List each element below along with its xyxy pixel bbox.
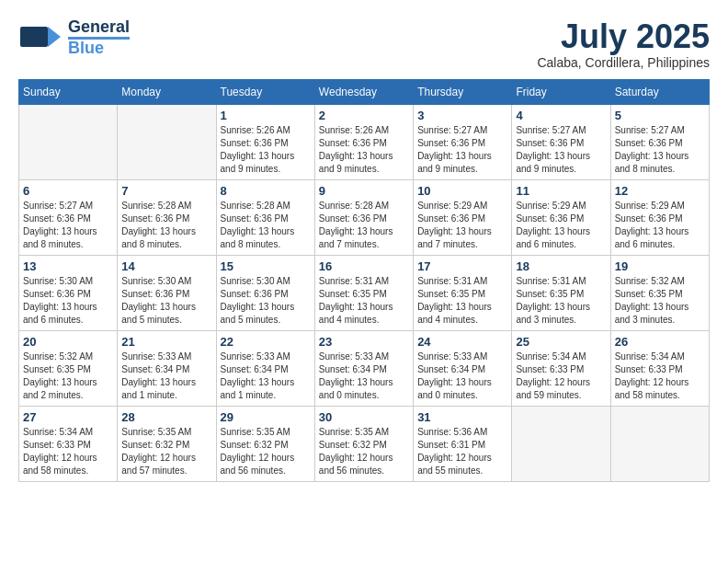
day-info: Sunrise: 5:36 AM Sunset: 6:31 PM Dayligh…	[417, 426, 507, 477]
month-year-title: July 2025	[537, 18, 710, 55]
day-number: 18	[516, 259, 606, 273]
day-number: 7	[121, 184, 211, 198]
day-info: Sunrise: 5:28 AM Sunset: 6:36 PM Dayligh…	[319, 200, 409, 251]
day-info: Sunrise: 5:28 AM Sunset: 6:36 PM Dayligh…	[121, 200, 211, 251]
header-tuesday: Tuesday	[216, 79, 314, 104]
day-info: Sunrise: 5:33 AM Sunset: 6:34 PM Dayligh…	[319, 350, 409, 402]
day-number: 19	[615, 259, 705, 273]
table-row: 20Sunrise: 5:32 AM Sunset: 6:35 PM Dayli…	[19, 330, 118, 406]
svg-marker-1	[48, 27, 61, 47]
table-row: 7Sunrise: 5:28 AM Sunset: 6:36 PM Daylig…	[118, 179, 216, 255]
logo-blue: Blue	[68, 37, 130, 58]
day-info: Sunrise: 5:33 AM Sunset: 6:34 PM Dayligh…	[121, 350, 211, 402]
day-number: 3	[417, 109, 507, 122]
table-row: 18Sunrise: 5:31 AM Sunset: 6:35 PM Dayli…	[512, 255, 610, 330]
day-number: 26	[615, 335, 705, 349]
day-info: Sunrise: 5:30 AM Sunset: 6:36 PM Dayligh…	[221, 275, 311, 327]
table-row: 2Sunrise: 5:26 AM Sunset: 6:36 PM Daylig…	[314, 104, 413, 179]
location-subtitle: Calaba, Cordillera, Philippines	[537, 55, 710, 70]
day-number: 17	[417, 259, 507, 273]
day-info: Sunrise: 5:30 AM Sunset: 6:36 PM Dayligh…	[121, 275, 211, 327]
title-section: July 2025 Calaba, Cordillera, Philippine…	[537, 18, 710, 70]
day-info: Sunrise: 5:29 AM Sunset: 6:36 PM Dayligh…	[417, 200, 507, 251]
table-row	[19, 104, 118, 179]
table-row: 25Sunrise: 5:34 AM Sunset: 6:33 PM Dayli…	[512, 330, 610, 406]
table-row	[118, 104, 216, 179]
day-number: 1	[221, 109, 311, 122]
day-info: Sunrise: 5:28 AM Sunset: 6:36 PM Dayligh…	[221, 200, 311, 251]
table-row: 8Sunrise: 5:28 AM Sunset: 6:36 PM Daylig…	[216, 179, 314, 255]
day-number: 29	[221, 410, 311, 424]
day-number: 8	[221, 184, 311, 198]
day-number: 30	[319, 410, 409, 424]
table-row: 31Sunrise: 5:36 AM Sunset: 6:31 PM Dayli…	[414, 406, 512, 481]
day-number: 11	[516, 184, 606, 198]
day-info: Sunrise: 5:33 AM Sunset: 6:34 PM Dayligh…	[417, 350, 507, 402]
day-info: Sunrise: 5:27 AM Sunset: 6:36 PM Dayligh…	[615, 124, 705, 176]
day-info: Sunrise: 5:32 AM Sunset: 6:35 PM Dayligh…	[615, 275, 705, 327]
table-row: 15Sunrise: 5:30 AM Sunset: 6:36 PM Dayli…	[216, 255, 314, 330]
calendar-week-row: 6Sunrise: 5:27 AM Sunset: 6:36 PM Daylig…	[19, 179, 710, 255]
calendar-table: Sunday Monday Tuesday Wednesday Thursday…	[18, 79, 710, 482]
table-row: 10Sunrise: 5:29 AM Sunset: 6:36 PM Dayli…	[414, 179, 512, 255]
header-saturday: Saturday	[610, 79, 709, 104]
calendar-week-row: 1Sunrise: 5:26 AM Sunset: 6:36 PM Daylig…	[19, 104, 710, 179]
page-header: General Blue July 2025 Calaba, Cordiller…	[18, 18, 710, 70]
day-info: Sunrise: 5:33 AM Sunset: 6:34 PM Dayligh…	[221, 350, 311, 402]
day-info: Sunrise: 5:29 AM Sunset: 6:36 PM Dayligh…	[516, 200, 606, 251]
day-number: 24	[417, 335, 507, 349]
table-row: 30Sunrise: 5:35 AM Sunset: 6:32 PM Dayli…	[314, 406, 413, 481]
table-row: 27Sunrise: 5:34 AM Sunset: 6:33 PM Dayli…	[19, 406, 118, 481]
header-wednesday: Wednesday	[314, 79, 413, 104]
table-row: 29Sunrise: 5:35 AM Sunset: 6:32 PM Dayli…	[216, 406, 314, 481]
day-number: 25	[516, 335, 606, 349]
table-row: 26Sunrise: 5:34 AM Sunset: 6:33 PM Dayli…	[610, 330, 709, 406]
day-number: 5	[615, 109, 705, 122]
day-info: Sunrise: 5:27 AM Sunset: 6:36 PM Dayligh…	[417, 124, 507, 176]
table-row: 4Sunrise: 5:27 AM Sunset: 6:36 PM Daylig…	[512, 104, 610, 179]
header-monday: Monday	[118, 79, 216, 104]
table-row: 13Sunrise: 5:30 AM Sunset: 6:36 PM Dayli…	[19, 255, 118, 330]
day-info: Sunrise: 5:31 AM Sunset: 6:35 PM Dayligh…	[516, 275, 606, 327]
day-info: Sunrise: 5:27 AM Sunset: 6:36 PM Dayligh…	[516, 124, 606, 176]
day-number: 21	[121, 335, 211, 349]
day-info: Sunrise: 5:29 AM Sunset: 6:36 PM Dayligh…	[615, 200, 705, 251]
day-number: 9	[319, 184, 409, 198]
day-number: 20	[23, 335, 113, 349]
table-row: 19Sunrise: 5:32 AM Sunset: 6:35 PM Dayli…	[610, 255, 709, 330]
calendar-week-row: 27Sunrise: 5:34 AM Sunset: 6:33 PM Dayli…	[19, 406, 710, 481]
day-number: 16	[319, 259, 409, 273]
day-number: 23	[319, 335, 409, 349]
table-row: 11Sunrise: 5:29 AM Sunset: 6:36 PM Dayli…	[512, 179, 610, 255]
weekday-header-row: Sunday Monday Tuesday Wednesday Thursday…	[19, 79, 710, 104]
calendar-week-row: 13Sunrise: 5:30 AM Sunset: 6:36 PM Dayli…	[19, 255, 710, 330]
day-number: 13	[23, 259, 113, 273]
table-row: 14Sunrise: 5:30 AM Sunset: 6:36 PM Dayli…	[118, 255, 216, 330]
day-info: Sunrise: 5:34 AM Sunset: 6:33 PM Dayligh…	[615, 350, 705, 402]
day-info: Sunrise: 5:35 AM Sunset: 6:32 PM Dayligh…	[121, 426, 211, 477]
logo: General Blue	[18, 18, 130, 58]
logo-general: General	[68, 18, 130, 37]
day-info: Sunrise: 5:34 AM Sunset: 6:33 PM Dayligh…	[23, 426, 113, 477]
day-number: 14	[121, 259, 211, 273]
table-row	[610, 406, 709, 481]
day-number: 2	[319, 109, 409, 122]
day-number: 10	[417, 184, 507, 198]
header-thursday: Thursday	[414, 79, 512, 104]
table-row: 22Sunrise: 5:33 AM Sunset: 6:34 PM Dayli…	[216, 330, 314, 406]
day-info: Sunrise: 5:27 AM Sunset: 6:36 PM Dayligh…	[23, 200, 113, 251]
day-number: 22	[221, 335, 311, 349]
header-friday: Friday	[512, 79, 610, 104]
day-number: 4	[516, 109, 606, 122]
table-row: 23Sunrise: 5:33 AM Sunset: 6:34 PM Dayli…	[314, 330, 413, 406]
day-info: Sunrise: 5:26 AM Sunset: 6:36 PM Dayligh…	[221, 124, 311, 176]
svg-rect-0	[20, 27, 48, 47]
day-number: 28	[121, 410, 211, 424]
table-row: 28Sunrise: 5:35 AM Sunset: 6:32 PM Dayli…	[118, 406, 216, 481]
day-info: Sunrise: 5:35 AM Sunset: 6:32 PM Dayligh…	[319, 426, 409, 477]
day-info: Sunrise: 5:31 AM Sunset: 6:35 PM Dayligh…	[417, 275, 507, 327]
day-number: 27	[23, 410, 113, 424]
table-row: 17Sunrise: 5:31 AM Sunset: 6:35 PM Dayli…	[414, 255, 512, 330]
table-row: 9Sunrise: 5:28 AM Sunset: 6:36 PM Daylig…	[314, 179, 413, 255]
day-info: Sunrise: 5:34 AM Sunset: 6:33 PM Dayligh…	[516, 350, 606, 402]
